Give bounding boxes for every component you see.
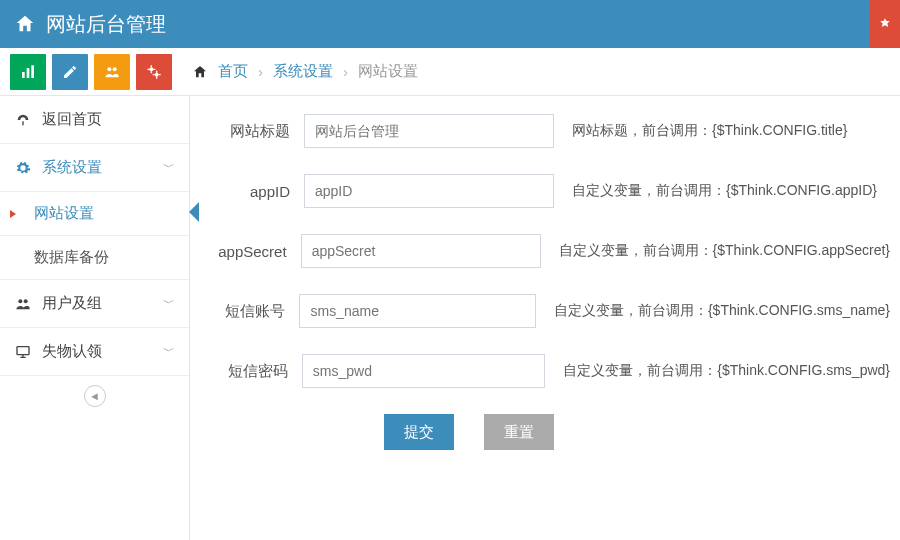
breadcrumb-home[interactable]: 首页 <box>218 62 248 81</box>
active-pointer-icon <box>189 202 199 222</box>
home-icon <box>192 64 208 80</box>
chevron-down-icon: ﹀ <box>163 343 175 360</box>
chevron-down-icon: ﹀ <box>163 295 175 312</box>
form-label: 网站标题 <box>214 122 290 141</box>
svg-point-6 <box>155 72 159 76</box>
title-input[interactable] <box>304 114 554 148</box>
form-hint: 自定义变量，前台调用：{$Think.CONFIG.sms_name} <box>554 302 890 320</box>
form-hint: 网站标题，前台调用：{$Think.CONFIG.title} <box>572 122 847 140</box>
toolbar-stats-button[interactable] <box>10 54 46 90</box>
smsname-input[interactable] <box>299 294 535 328</box>
chevron-right-icon: › <box>258 63 263 80</box>
svg-point-8 <box>24 299 28 303</box>
form-label: appSecret <box>214 243 287 260</box>
sidebar: 返回首页 系统设置 ﹀ 网站设置 数据库备份 用户及组 <box>0 96 190 540</box>
smspwd-input[interactable] <box>302 354 545 388</box>
toolbar-edit-button[interactable] <box>52 54 88 90</box>
top-header: 网站后台管理 <box>0 0 900 48</box>
form-row-smspwd: 短信密码 自定义变量，前台调用：{$Think.CONFIG.sms_pwd} <box>214 354 890 388</box>
toolbar-button-group <box>0 54 172 90</box>
breadcrumb: 首页 › 系统设置 › 网站设置 <box>192 62 418 81</box>
sidebar-collapse-button[interactable]: ◄ <box>0 376 189 416</box>
home-icon <box>14 13 36 35</box>
appid-input[interactable] <box>304 174 554 208</box>
reset-button[interactable]: 重置 <box>484 414 554 450</box>
toolbar-users-button[interactable] <box>94 54 130 90</box>
sidebar-item-label: 系统设置 <box>42 158 102 177</box>
form-row-title: 网站标题 网站标题，前台调用：{$Think.CONFIG.title} <box>214 114 890 148</box>
sidebar-sub-site-settings[interactable]: 网站设置 <box>0 192 189 236</box>
chevron-down-icon: ﹀ <box>163 159 175 176</box>
svg-point-3 <box>107 67 111 71</box>
form-hint: 自定义变量，前台调用：{$Think.CONFIG.appID} <box>572 182 877 200</box>
svg-rect-0 <box>22 72 25 78</box>
chevron-left-icon: ◄ <box>84 385 106 407</box>
sidebar-item-lost-found[interactable]: 失物认领 ﹀ <box>0 328 189 376</box>
monitor-icon <box>14 344 32 360</box>
sidebar-item-return-home[interactable]: 返回首页 <box>0 96 189 144</box>
sidebar-item-label: 返回首页 <box>42 110 102 129</box>
toolbar-settings-button[interactable] <box>136 54 172 90</box>
users-icon <box>14 296 32 312</box>
svg-point-5 <box>149 67 153 71</box>
svg-rect-9 <box>17 346 29 354</box>
sidebar-sub-db-backup[interactable]: 数据库备份 <box>0 236 189 280</box>
svg-point-7 <box>18 299 22 303</box>
header-corner-button[interactable] <box>870 0 900 48</box>
chevron-right-icon: › <box>343 63 348 80</box>
form-label: appID <box>214 183 290 200</box>
page-title: 网站后台管理 <box>46 11 166 38</box>
sidebar-item-label: 网站设置 <box>34 204 94 223</box>
form-label: 短信密码 <box>214 362 288 381</box>
submit-button[interactable]: 提交 <box>384 414 454 450</box>
sidebar-item-label: 数据库备份 <box>34 248 109 267</box>
sidebar-item-label: 用户及组 <box>42 294 102 313</box>
form-hint: 自定义变量，前台调用：{$Think.CONFIG.sms_pwd} <box>563 362 890 380</box>
form-row-appsecret: appSecret 自定义变量，前台调用：{$Think.CONFIG.appS… <box>214 234 890 268</box>
sub-row: 首页 › 系统设置 › 网站设置 <box>0 48 900 96</box>
breadcrumb-current: 网站设置 <box>358 62 418 81</box>
form-label: 短信账号 <box>214 302 285 321</box>
svg-point-4 <box>113 67 117 71</box>
breadcrumb-system[interactable]: 系统设置 <box>273 62 333 81</box>
svg-rect-1 <box>27 68 30 78</box>
sidebar-item-system-settings[interactable]: 系统设置 ﹀ <box>0 144 189 192</box>
form-row-appid: appID 自定义变量，前台调用：{$Think.CONFIG.appID} <box>214 174 890 208</box>
gear-icon <box>14 160 32 176</box>
form-area: 网站标题 网站标题，前台调用：{$Think.CONFIG.title} app… <box>190 96 900 540</box>
appsecret-input[interactable] <box>301 234 541 268</box>
sidebar-item-label: 失物认领 <box>42 342 102 361</box>
dashboard-icon <box>14 112 32 128</box>
form-hint: 自定义变量，前台调用：{$Think.CONFIG.appSecret} <box>559 242 890 260</box>
sidebar-item-users-groups[interactable]: 用户及组 ﹀ <box>0 280 189 328</box>
svg-rect-2 <box>31 65 34 78</box>
form-row-smsname: 短信账号 自定义变量，前台调用：{$Think.CONFIG.sms_name} <box>214 294 890 328</box>
